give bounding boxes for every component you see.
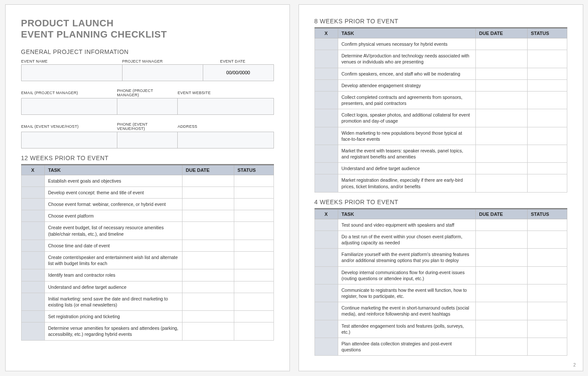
checkbox-cell[interactable] — [314, 320, 338, 338]
status-cell[interactable] — [527, 145, 567, 162]
due-date-cell[interactable] — [182, 269, 234, 281]
checkbox-cell[interactable] — [314, 145, 338, 162]
due-date-cell[interactable] — [475, 320, 527, 338]
due-date-cell[interactable] — [475, 219, 527, 231]
checkbox-cell[interactable] — [314, 249, 338, 266]
checkbox-cell[interactable] — [314, 79, 338, 91]
email-pm-input[interactable] — [21, 98, 117, 114]
checkbox-cell[interactable] — [314, 266, 338, 284]
status-cell[interactable] — [527, 266, 567, 284]
checkbox-cell[interactable] — [21, 240, 44, 251]
status-cell[interactable] — [527, 338, 567, 355]
status-cell[interactable] — [527, 109, 567, 127]
status-cell[interactable] — [234, 222, 274, 240]
checkbox-cell[interactable] — [21, 269, 44, 281]
due-date-cell[interactable] — [475, 145, 527, 162]
due-date-cell[interactable] — [182, 322, 234, 340]
status-cell[interactable] — [234, 269, 274, 281]
status-cell[interactable] — [527, 219, 567, 231]
status-cell[interactable] — [527, 249, 567, 266]
checkbox-cell[interactable] — [21, 293, 44, 310]
status-cell[interactable] — [527, 284, 567, 302]
status-cell[interactable] — [234, 186, 274, 198]
due-date-cell[interactable] — [475, 50, 527, 68]
due-date-cell[interactable] — [475, 127, 527, 145]
status-cell[interactable] — [234, 251, 274, 269]
checkbox-cell[interactable] — [21, 222, 44, 240]
status-cell[interactable] — [234, 240, 274, 251]
due-date-cell[interactable] — [182, 186, 234, 198]
checkbox-cell[interactable] — [314, 302, 338, 320]
due-date-cell[interactable] — [182, 281, 234, 293]
task-cell: Create content/speaker and entertainment… — [44, 251, 182, 269]
due-date-cell[interactable] — [475, 231, 527, 248]
status-cell[interactable] — [234, 293, 274, 310]
checkbox-cell[interactable] — [314, 219, 338, 231]
status-cell[interactable] — [234, 311, 274, 322]
checkbox-cell[interactable] — [314, 50, 338, 68]
due-date-cell[interactable] — [182, 199, 234, 210]
status-cell[interactable] — [527, 163, 567, 174]
due-date-cell[interactable] — [475, 266, 527, 284]
status-cell[interactable] — [527, 50, 567, 68]
due-date-cell[interactable] — [475, 79, 527, 91]
due-date-cell[interactable] — [475, 302, 527, 320]
checkbox-cell[interactable] — [314, 127, 338, 145]
status-cell[interactable] — [234, 175, 274, 186]
due-date-cell[interactable] — [475, 91, 527, 109]
checkbox-cell[interactable] — [314, 68, 338, 79]
project-manager-input[interactable] — [122, 64, 203, 81]
status-cell[interactable] — [527, 302, 567, 320]
status-cell[interactable] — [527, 174, 567, 192]
due-date-cell[interactable] — [475, 38, 527, 50]
checkbox-cell[interactable] — [314, 163, 338, 174]
due-date-cell[interactable] — [182, 222, 234, 240]
status-cell[interactable] — [527, 91, 567, 109]
status-cell[interactable] — [234, 199, 274, 210]
checkbox-cell[interactable] — [314, 284, 338, 302]
checkbox-cell[interactable] — [21, 199, 44, 210]
due-date-cell[interactable] — [182, 293, 234, 310]
status-cell[interactable] — [527, 68, 567, 79]
due-date-cell[interactable] — [475, 109, 527, 127]
event-name-input[interactable] — [21, 64, 122, 81]
due-date-cell[interactable] — [475, 284, 527, 302]
checkbox-cell[interactable] — [314, 174, 338, 192]
checkbox-cell[interactable] — [21, 175, 44, 186]
checkbox-cell[interactable] — [21, 281, 44, 293]
checkbox-cell[interactable] — [21, 186, 44, 198]
event-date-input[interactable]: 00/00/0000 — [203, 64, 274, 81]
address-input[interactable] — [178, 132, 274, 148]
checkbox-cell[interactable] — [314, 91, 338, 109]
status-cell[interactable] — [527, 127, 567, 145]
checkbox-cell[interactable] — [21, 251, 44, 269]
status-cell[interactable] — [234, 281, 274, 293]
phone-pm-input[interactable] — [117, 98, 177, 114]
phone-venue-input[interactable] — [117, 132, 177, 148]
checkbox-cell[interactable] — [21, 311, 44, 322]
due-date-cell[interactable] — [475, 249, 527, 266]
due-date-cell[interactable] — [475, 338, 527, 355]
due-date-cell[interactable] — [475, 163, 527, 174]
checkbox-cell[interactable] — [21, 322, 44, 340]
due-date-cell[interactable] — [182, 175, 234, 186]
status-cell[interactable] — [234, 210, 274, 222]
checkbox-cell[interactable] — [21, 210, 44, 222]
status-cell[interactable] — [527, 231, 567, 248]
email-venue-input[interactable] — [21, 132, 117, 148]
due-date-cell[interactable] — [475, 68, 527, 79]
checkbox-cell[interactable] — [314, 338, 338, 355]
due-date-cell[interactable] — [182, 210, 234, 222]
event-website-input[interactable] — [178, 98, 274, 114]
checkbox-cell[interactable] — [314, 231, 338, 248]
due-date-cell[interactable] — [182, 240, 234, 251]
due-date-cell[interactable] — [182, 251, 234, 269]
status-cell[interactable] — [527, 320, 567, 338]
checkbox-cell[interactable] — [314, 109, 338, 127]
due-date-cell[interactable] — [475, 174, 527, 192]
due-date-cell[interactable] — [182, 311, 234, 322]
status-cell[interactable] — [527, 79, 567, 91]
checkbox-cell[interactable] — [314, 38, 338, 50]
status-cell[interactable] — [527, 38, 567, 50]
status-cell[interactable] — [234, 322, 274, 340]
